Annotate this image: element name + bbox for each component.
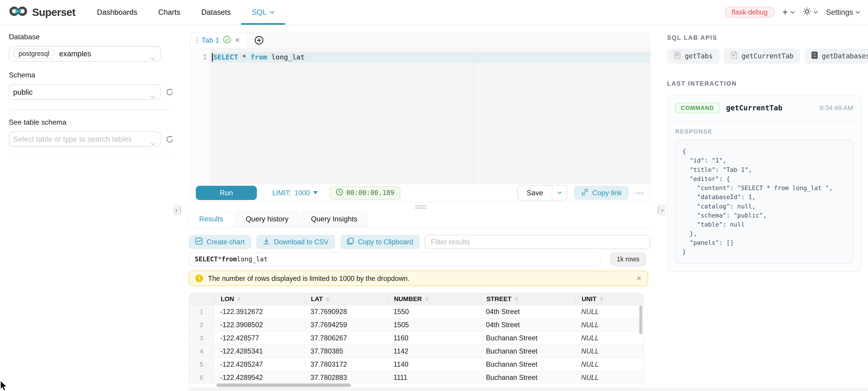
results-tabbar: Results Query history Query Insights xyxy=(189,211,650,228)
save-dropdown-arrow[interactable] xyxy=(552,186,567,200)
save-button[interactable]: Save xyxy=(518,186,552,200)
results-actions: Create chart Download to CSV xyxy=(189,235,650,249)
add-new-button[interactable]: + xyxy=(782,7,795,17)
mouse-cursor xyxy=(0,381,9,391)
run-button[interactable]: Run xyxy=(196,186,257,200)
close-warning-icon[interactable]: ✕ xyxy=(636,274,642,282)
right-panel-scrollbar[interactable] xyxy=(658,206,659,214)
table-row[interactable]: 2 -122.3908502 37.7694259 1505 04th Stre… xyxy=(189,318,643,331)
column-header-lon[interactable]: LON xyxy=(214,293,304,305)
limit-dropdown[interactable]: LIMIT: 1000 xyxy=(272,189,318,197)
get-tabs-button[interactable]: getTabs xyxy=(667,48,719,64)
add-tab-button[interactable] xyxy=(247,32,271,48)
interaction-time: 9:34:48 AM xyxy=(819,104,853,112)
response-label: RESPONSE xyxy=(675,128,861,135)
elapsed-timer: 00:00:00.189 xyxy=(330,186,400,200)
copy-link-button[interactable]: Copy link xyxy=(574,186,629,200)
superset-logo-icon xyxy=(9,6,28,19)
table-row[interactable]: 3 -122.428577 37.7806267 1160 Buchanan S… xyxy=(189,331,643,345)
collapse-sidebar-button[interactable]: ‹ xyxy=(173,205,179,216)
nav-item-dashboards[interactable]: Dashboards xyxy=(86,0,148,25)
column-header-number[interactable]: NUMBER xyxy=(388,293,480,305)
table-row[interactable]: 5 -122.4285247 37.7803172 1140 Buchanan … xyxy=(189,358,643,371)
column-header-lat[interactable]: LAT xyxy=(304,293,388,305)
rows-limit-warning: ! The number of rows displayed is limite… xyxy=(189,271,648,286)
nav-right: flask-debug + xyxy=(725,7,868,18)
table-row[interactable]: 6 -122.4289542 37.7802883 1111 Buchanan … xyxy=(189,371,643,384)
column-header-unit[interactable]: UNIT xyxy=(575,293,643,305)
brand-name: Superset xyxy=(32,6,75,19)
sidebar-divider xyxy=(9,109,170,110)
more-actions-button[interactable]: ⋯ xyxy=(636,188,645,198)
vertical-scrollbar[interactable] xyxy=(639,305,642,334)
copy-icon xyxy=(347,237,354,247)
table-row[interactable]: 4 -122.4285341 37.780385 1142 Buchanan S… xyxy=(189,345,643,358)
interaction-header: COMMAND getCurrentTab 9:34:48 AM xyxy=(668,95,861,121)
column-header-street[interactable]: STREET xyxy=(480,293,575,305)
editor-tabbar: Tab 1 ✕ xyxy=(190,32,650,48)
sort-icon[interactable] xyxy=(515,297,519,301)
collapse-right-panel-button[interactable]: › xyxy=(659,205,665,216)
sql-code-editor[interactable]: 1 SELECT * from long_lat xyxy=(190,49,650,184)
table-select-placeholder: Select table or type to search tables xyxy=(13,135,132,143)
download-csv-button[interactable]: Download to CSV xyxy=(256,235,335,249)
sort-icon[interactable] xyxy=(237,297,241,301)
database-select[interactable]: postgresql examples xyxy=(9,46,161,62)
caret-down-icon xyxy=(313,191,318,194)
get-current-tab-button[interactable]: getCurrentTab xyxy=(724,48,800,64)
filter-results-input[interactable] xyxy=(425,235,650,249)
editor-tab[interactable]: Tab 1 ✕ xyxy=(190,32,247,48)
file-cabinet-icon xyxy=(811,51,818,61)
drag-handle-icon[interactable] xyxy=(196,37,197,43)
nav-item-charts[interactable]: Charts xyxy=(148,0,191,25)
bottom-edge-strip xyxy=(189,388,868,391)
warning-text: The number of rows displayed is limited … xyxy=(208,274,631,283)
refresh-tables-icon[interactable] xyxy=(165,135,174,143)
chevron-down-icon xyxy=(151,53,156,63)
check-circle-icon xyxy=(223,35,231,45)
chevron-down-icon xyxy=(270,11,275,14)
horizontal-scrollbar[interactable] xyxy=(216,384,351,387)
top-nav: Superset Dashboards Charts Datasets SQL … xyxy=(0,0,868,25)
pane-resize-handle[interactable] xyxy=(415,205,427,209)
table-select[interactable]: Select table or type to search tables xyxy=(9,131,161,147)
table-row[interactable]: 1 -122.3912672 37.7690928 1550 04th Stre… xyxy=(189,305,643,318)
text-caret xyxy=(212,53,213,62)
sun-icon xyxy=(803,7,811,18)
api-buttons-row: getTabs getCurrentTab xyxy=(667,48,861,64)
save-split-button[interactable]: Save xyxy=(517,185,567,200)
editor-toolbar: Run LIMIT: 1000 00:00:00.189 Save xyxy=(190,184,650,202)
close-tab-icon[interactable]: ✕ xyxy=(235,37,240,43)
get-databases-button[interactable]: getDatabases xyxy=(805,48,868,64)
superset-logo[interactable]: Superset xyxy=(0,6,86,19)
sort-icon[interactable] xyxy=(600,297,603,301)
nav-item-datasets[interactable]: Datasets xyxy=(191,0,241,25)
nav-item-sql[interactable]: SQL xyxy=(241,0,285,25)
chevron-down-icon xyxy=(151,138,156,148)
sort-icon[interactable] xyxy=(425,297,429,301)
tab-query-insights[interactable]: Query Insights xyxy=(301,211,368,227)
create-chart-button[interactable]: Create chart xyxy=(189,235,251,249)
sql-lab-app: Superset Dashboards Charts Datasets SQL … xyxy=(0,0,868,391)
line-number: 1 xyxy=(190,52,207,62)
schema-select[interactable]: public xyxy=(9,84,161,100)
theme-toggle-button[interactable] xyxy=(803,7,818,18)
link-icon xyxy=(581,189,588,198)
query-preview: SELECT * from long_lat xyxy=(189,253,601,266)
clock-icon xyxy=(336,189,343,197)
database-engine-tag: postgresql xyxy=(13,48,55,59)
tab-query-history[interactable]: Query history xyxy=(235,211,299,227)
chevron-down-icon xyxy=(855,11,860,14)
table-schema-label: See table schema xyxy=(9,118,180,127)
chevron-down-icon xyxy=(813,11,818,14)
warning-icon: ! xyxy=(195,274,203,282)
settings-menu[interactable]: Settings xyxy=(826,8,860,17)
sort-icon[interactable] xyxy=(326,297,330,301)
sidebar-scrollbar[interactable] xyxy=(180,206,181,214)
copy-clipboard-button[interactable]: Copy to Clipboard xyxy=(340,235,420,249)
tab-results[interactable]: Results xyxy=(189,211,234,227)
sql-code-line: SELECT * from long_lat xyxy=(213,52,305,62)
sql-lab-apis-panel: SQL LAB APIS getTabs xyxy=(667,25,861,391)
refresh-schemas-icon[interactable] xyxy=(165,88,174,96)
sidebar-divider xyxy=(9,158,170,158)
